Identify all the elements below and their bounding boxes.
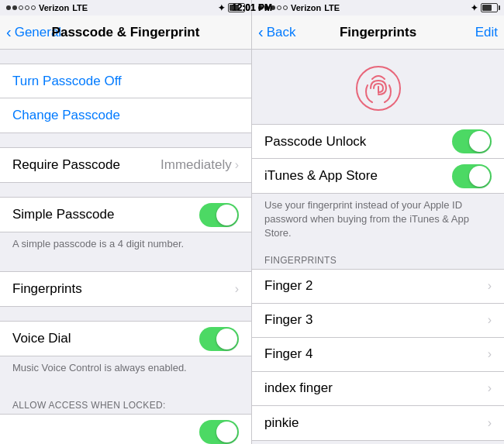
finger-2-chevron-icon: ›: [488, 279, 492, 293]
right-nav-bar: ‹ Back Fingerprints Edit: [252, 15, 504, 50]
voice-dial-item: Voice Dial: [0, 322, 251, 356]
gap-4: [0, 257, 251, 271]
left-settings-content: Turn Passcode Off Change Passcode Requir…: [0, 50, 251, 444]
simple-passcode-toggle-thumb: [216, 205, 237, 225]
allow-access-item: [0, 415, 251, 444]
voice-dial-helper: Music Voice Control is always enabled.: [0, 356, 251, 381]
left-panel: Verizon LTE 12:01 PM ✦ ‹ General Passcod…: [0, 0, 252, 444]
passcode-actions-group: Turn Passcode Off Change Passcode: [0, 64, 251, 133]
finger-2-label: Finger 2: [264, 278, 312, 294]
right-network: LTE: [324, 3, 340, 12]
dot-4: [25, 5, 29, 10]
turn-passcode-off-item[interactable]: Turn Passcode Off: [0, 64, 251, 98]
dot-3: [19, 5, 23, 10]
list-item[interactable]: pinkie ›: [252, 406, 504, 440]
left-carrier: Verizon: [39, 3, 69, 12]
left-nav-title: Passcode & Fingerprint: [52, 25, 200, 40]
finger-4-label: Finger 4: [264, 346, 312, 362]
passcode-unlock-label: Passcode Unlock: [264, 134, 366, 150]
dot-5: [31, 5, 36, 10]
right-status-bar: Verizon LTE 12:01 PM ✦: [252, 0, 504, 15]
left-status-bar: Verizon LTE 12:01 PM ✦: [0, 0, 251, 15]
left-bluetooth-icon: ✦: [218, 3, 225, 13]
left-network: LTE: [72, 3, 88, 12]
right-dot-5: [283, 5, 288, 10]
simple-passcode-group: Simple Passcode: [0, 197, 251, 232]
voice-dial-label: Voice Dial: [12, 331, 71, 346]
index-finger-label: index finger: [264, 380, 333, 396]
itunes-store-label: iTunes & App Store: [264, 168, 378, 184]
pinkie-chevron-icon: ›: [488, 416, 492, 430]
gap-5: [0, 307, 251, 321]
turn-passcode-off-label: Turn Passcode Off: [12, 74, 122, 89]
fingerprints-nav-label: Fingerprints: [12, 281, 82, 297]
change-passcode-item[interactable]: Change Passcode: [0, 98, 251, 133]
right-settings-content: Passcode Unlock iTunes & App Store Use y…: [252, 50, 504, 444]
fingerprints-chevron-icon: ›: [235, 282, 239, 296]
fingers-list-group: Finger 2 › Finger 3 › Finger 4 › index f…: [252, 269, 504, 441]
right-back-arrow-icon: ‹: [258, 23, 264, 41]
passcode-unlock-item: Passcode Unlock: [252, 125, 504, 159]
itunes-store-item: iTunes & App Store: [252, 159, 504, 193]
gap-2: [0, 133, 251, 147]
fingerprint-icon-container: [252, 50, 504, 124]
require-passcode-chevron-icon: ›: [235, 158, 239, 172]
gap-1: [0, 50, 251, 64]
dot-2: [12, 5, 17, 10]
right-panel: Verizon LTE 12:01 PM ✦ ‹ Back Fingerprin…: [252, 0, 504, 444]
voice-dial-toggle-thumb: [216, 329, 237, 349]
right-dot-4: [277, 5, 281, 10]
passcode-unlock-toggle-thumb: [469, 131, 490, 152]
right-battery-fill: [482, 5, 492, 11]
fingerprints-nav-item[interactable]: Fingerprints ›: [0, 272, 251, 306]
right-nav-title: Fingerprints: [340, 25, 416, 40]
right-time: 12:01 PM: [252, 2, 272, 13]
left-back-arrow-icon: ‹: [6, 23, 12, 41]
right-carrier: Verizon: [291, 3, 321, 12]
change-passcode-label: Change Passcode: [12, 108, 120, 123]
require-passcode-item[interactable]: Require Passcode Immediately ›: [0, 148, 251, 182]
voice-dial-toggle[interactable]: [199, 327, 239, 351]
list-item[interactable]: index finger ›: [252, 372, 504, 406]
simple-passcode-helper: A simple passcode is a 4 digit number.: [0, 232, 251, 257]
right-battery: [481, 3, 498, 12]
list-item[interactable]: Finger 4 ›: [252, 338, 504, 372]
gap-6: [0, 381, 251, 395]
require-passcode-value: Immediately: [161, 157, 232, 173]
gap-3: [0, 183, 251, 197]
fingerprint-toggles-group: Passcode Unlock iTunes & App Store: [252, 124, 504, 194]
right-bluetooth-icon: ✦: [471, 3, 478, 13]
require-passcode-value-container: Immediately ›: [161, 157, 239, 173]
left-nav-bar: ‹ General Passcode & Fingerprint: [0, 15, 251, 50]
signal-dots: [6, 5, 36, 10]
finger-3-chevron-icon: ›: [488, 313, 492, 327]
voice-dial-group: Voice Dial: [0, 321, 251, 356]
allow-access-toggle[interactable]: [199, 420, 239, 444]
itunes-store-toggle[interactable]: [452, 164, 492, 188]
list-item[interactable]: Finger 2 ›: [252, 270, 504, 304]
left-status-left: Verizon LTE: [6, 3, 88, 12]
simple-passcode-toggle[interactable]: [199, 203, 239, 227]
list-item[interactable]: Finger 3 ›: [252, 304, 504, 338]
fingerprint-icon: [355, 65, 402, 112]
index-finger-chevron-icon: ›: [488, 381, 492, 395]
itunes-store-toggle-thumb: [469, 166, 490, 187]
simple-passcode-item: Simple Passcode: [0, 198, 251, 232]
right-back-label: Back: [267, 25, 296, 40]
require-passcode-label: Require Passcode: [12, 157, 120, 173]
simple-passcode-label: Simple Passcode: [12, 207, 114, 222]
require-passcode-group: Require Passcode Immediately ›: [0, 147, 251, 183]
fingerprint-info-box: Use your fingerprint instead of your App…: [252, 194, 504, 250]
finger-4-chevron-icon: ›: [488, 347, 492, 361]
allow-access-toggle-thumb: [216, 422, 237, 442]
dot-1: [6, 5, 11, 10]
allow-access-group: [0, 414, 251, 444]
fingerprints-nav-group: Fingerprints ›: [0, 271, 251, 307]
fingerprints-section-label: FINGERPRINTS: [252, 250, 504, 269]
finger-3-label: Finger 3: [264, 312, 312, 328]
passcode-unlock-toggle[interactable]: [452, 129, 492, 153]
right-back-button[interactable]: ‹ Back: [258, 24, 295, 41]
pinkie-label: pinkie: [264, 415, 299, 431]
right-edit-button[interactable]: Edit: [475, 25, 498, 40]
allow-access-label: ALLOW ACCESS WHEN LOCKED:: [0, 395, 251, 414]
